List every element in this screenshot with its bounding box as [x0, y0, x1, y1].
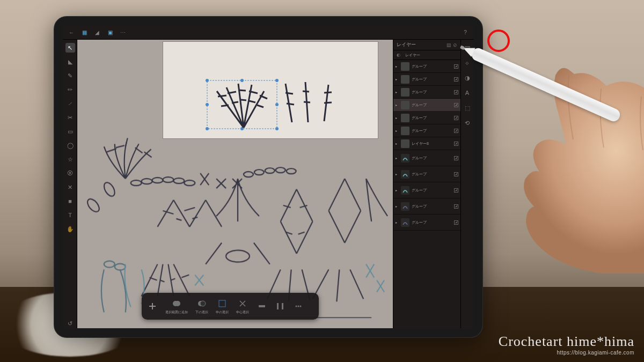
layer-visibility-checkbox[interactable]	[454, 172, 458, 176]
combine-subtract-icon[interactable]	[196, 298, 207, 309]
layer-thumbnail	[401, 202, 409, 211]
layer-thumbnail	[401, 218, 409, 227]
expand-arrow-icon[interactable]: ▸	[396, 129, 399, 132]
square-icon[interactable]: ■	[65, 196, 75, 206]
expand-arrow-icon[interactable]: ▸	[396, 77, 399, 81]
layer-name-label: グループ	[412, 128, 452, 134]
layer-name-label: グループ	[412, 77, 452, 82]
star-icon[interactable]: ☆	[65, 154, 75, 164]
effects-rail-icon[interactable]: ◑	[463, 73, 472, 83]
top-toolbar: ← ▦ ◢ ▣ ⋯ ?	[63, 26, 473, 40]
canvas[interactable]: 選択範囲に追加 下の選択 中の選択 中心選択	[77, 40, 393, 328]
layer-visibility-checkbox[interactable]	[454, 204, 458, 209]
layer-visibility-checkbox[interactable]	[454, 220, 458, 225]
svg-point-21	[240, 79, 244, 82]
combine-union-icon[interactable]	[171, 298, 182, 309]
layer-name-label: グループ	[412, 156, 452, 161]
shape-tool-icon[interactable]: ▣	[106, 29, 114, 36]
visibility-icon[interactable]: ◐	[397, 53, 402, 58]
layer-row[interactable]: ▸グループ	[393, 182, 460, 198]
node-tool-icon[interactable]: ◢	[93, 29, 101, 36]
text-tool-icon[interactable]: T	[65, 210, 75, 220]
pencil-tool-icon[interactable]: ✏	[65, 85, 75, 94]
combine-xor-icon[interactable]	[237, 298, 248, 309]
expand-arrow-icon[interactable]: ▸	[396, 156, 399, 160]
align-icon[interactable]	[257, 301, 267, 312]
expand-arrow-icon[interactable]: ▸	[396, 172, 399, 176]
layer-visibility-checkbox[interactable]	[454, 156, 458, 160]
layer-row[interactable]: ▸グループ	[393, 86, 460, 99]
ipad-device: ← ▦ ◢ ▣ ⋯ ? ↖ ◣ ✎ ✏ ⟋ ✂ ▭ ◯ ☆ ⦿ ✕ ■ T ✋ …	[54, 16, 483, 338]
toolbar-label-1: 選択範囲に追加	[165, 310, 188, 315]
layer-name-label: グループ	[412, 204, 452, 209]
layer-row[interactable]: ▸グループ	[393, 124, 460, 137]
expand-arrow-icon[interactable]: ▸	[396, 204, 399, 208]
expand-arrow-icon[interactable]: ▸	[396, 142, 399, 145]
layer-row[interactable]: ▸グループ	[393, 112, 460, 124]
transform-rail-icon[interactable]: ⬚	[463, 103, 472, 113]
move-tool-icon[interactable]: ▦	[80, 29, 88, 36]
add-icon[interactable]	[147, 301, 158, 312]
shape-icon[interactable]: ▭	[65, 127, 75, 136]
layer-row[interactable]: ▸グループ	[393, 150, 460, 166]
layer-visibility-checkbox[interactable]	[454, 129, 458, 133]
more-icon[interactable]: ⋯	[119, 29, 127, 36]
expand-arrow-icon[interactable]: ▸	[396, 103, 399, 107]
expand-arrow-icon[interactable]: ▸	[396, 116, 399, 120]
adjust-rail-icon[interactable]: ⟐	[463, 58, 472, 68]
svg-point-26	[175, 301, 180, 306]
layer-visibility-checkbox[interactable]	[454, 188, 458, 193]
svg-rect-32	[282, 303, 283, 309]
layer-row[interactable]: ▸グループ	[393, 60, 460, 73]
layer-name-label: グループ	[412, 90, 452, 95]
annotation-circle	[487, 29, 510, 52]
hand-tool-icon[interactable]: ✋	[65, 224, 75, 234]
layer-thumbnail	[401, 186, 409, 195]
node-edit-icon[interactable]: ◣	[65, 57, 75, 67]
layer-name-label: グループ	[412, 188, 452, 193]
layer-visibility-checkbox[interactable]	[454, 77, 458, 82]
ellipse-icon[interactable]: ◯	[65, 141, 75, 150]
back-icon[interactable]: ←	[68, 29, 75, 36]
distribute-icon[interactable]	[275, 301, 286, 312]
layer-visibility-checkbox[interactable]	[454, 116, 458, 120]
combine-intersect-icon[interactable]	[217, 298, 228, 309]
layer-row[interactable]: ▸グループ	[393, 73, 460, 86]
undo-icon[interactable]: ↺	[65, 319, 75, 328]
pointer-tool-icon[interactable]: ↖	[65, 43, 75, 53]
xor-icon[interactable]: ✕	[65, 182, 75, 192]
layer-visibility-checkbox[interactable]	[454, 103, 458, 107]
brush-tool-icon[interactable]: ⟋	[65, 99, 75, 108]
expand-arrow-icon[interactable]: ▸	[396, 90, 399, 94]
toolbar-label-3: 中の選択	[216, 310, 229, 315]
layer-visibility-checkbox[interactable]	[454, 90, 458, 94]
panel-sub: レイヤー	[405, 53, 457, 58]
layer-row[interactable]: ▸レイヤー8	[393, 137, 460, 150]
layer-visibility-checkbox[interactable]	[454, 64, 458, 69]
crop-tool-icon[interactable]: ✂	[65, 113, 75, 122]
history-rail-icon[interactable]: ⟲	[463, 118, 472, 128]
pen-tool-icon[interactable]: ✎	[65, 71, 75, 80]
layer-row[interactable]: ▸グループ	[393, 99, 460, 112]
text-rail-icon[interactable]: A	[463, 88, 472, 98]
expand-arrow-icon[interactable]: ▸	[396, 188, 399, 192]
layer-thumbnail	[401, 114, 409, 122]
layer-row[interactable]: ▸グループ	[393, 215, 460, 231]
svg-point-34	[298, 306, 299, 307]
eyedropper-icon[interactable]: ⦿	[65, 168, 75, 178]
watermark-url: https://blog.kagiami-cafe.com	[499, 350, 634, 356]
svg-rect-30	[259, 305, 265, 307]
layer-visibility-checkbox[interactable]	[454, 142, 458, 146]
layer-row[interactable]: ▸グループ	[393, 198, 460, 215]
expand-arrow-icon[interactable]: ▸	[396, 220, 399, 224]
expand-arrow-icon[interactable]: ▸	[396, 64, 399, 68]
more-options-icon[interactable]	[293, 301, 304, 312]
help-icon[interactable]: ?	[462, 29, 469, 36]
toolbar-label-2: 下の選択	[195, 310, 208, 315]
panel-header: レイヤー ▤ ⊘	[393, 40, 460, 50]
svg-point-23	[206, 103, 209, 106]
layer-row[interactable]: ▸グループ	[393, 166, 460, 182]
layers-list[interactable]: ▸グループ▸グループ▸グループ▸グループ▸グループ▸グループ▸レイヤー8▸グルー…	[393, 60, 460, 328]
detail-preview	[163, 42, 378, 138]
panel-options-icon[interactable]: ▤ ⊘	[447, 42, 457, 48]
